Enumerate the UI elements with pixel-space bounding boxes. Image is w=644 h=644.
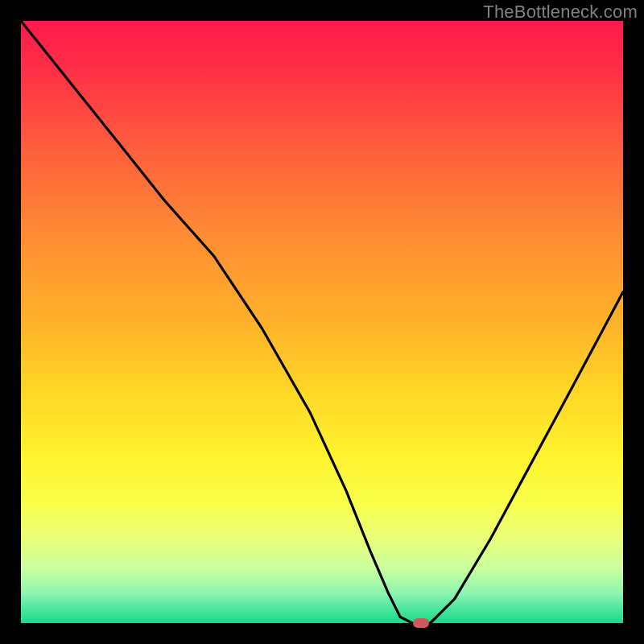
- optimal-point-marker: [413, 618, 429, 628]
- watermark-text: TheBottleneck.com: [483, 2, 638, 23]
- bottleneck-curve: [21, 21, 623, 623]
- chart-frame: TheBottleneck.com: [0, 0, 644, 644]
- plot-area: [21, 21, 623, 623]
